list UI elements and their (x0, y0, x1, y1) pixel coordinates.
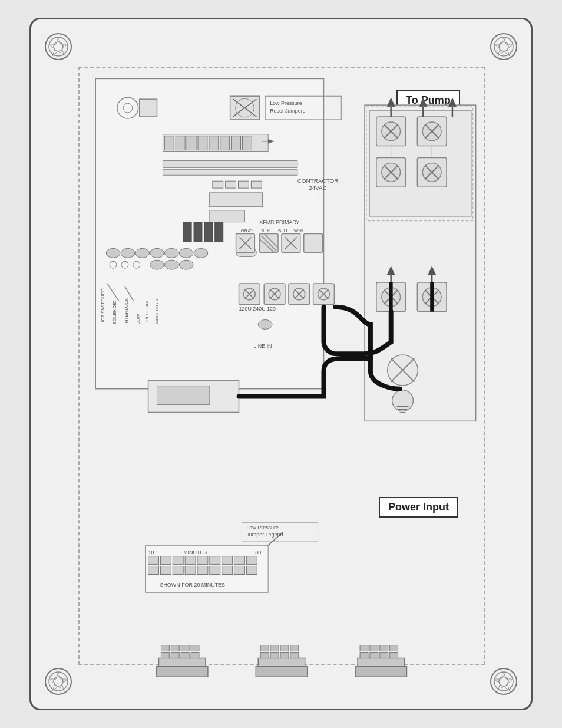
svg-rect-207 (256, 666, 307, 677)
bolt-top-right (488, 31, 519, 62)
svg-point-2 (54, 42, 63, 51)
power-input-label: Power Input (379, 497, 458, 518)
bolt-bottom-left (43, 666, 74, 697)
outer-panel: To Pump Power Input Low Pressure Reset J… (29, 18, 533, 710)
svg-point-10 (54, 677, 63, 686)
inner-border (78, 67, 485, 665)
to-pump-label: To Pump (396, 90, 460, 111)
bolt-bottom-right (488, 666, 519, 697)
bolt-top-left (43, 31, 74, 62)
svg-point-14 (499, 677, 508, 686)
svg-point-6 (499, 42, 508, 51)
svg-rect-217 (355, 666, 406, 677)
svg-rect-197 (156, 666, 207, 677)
